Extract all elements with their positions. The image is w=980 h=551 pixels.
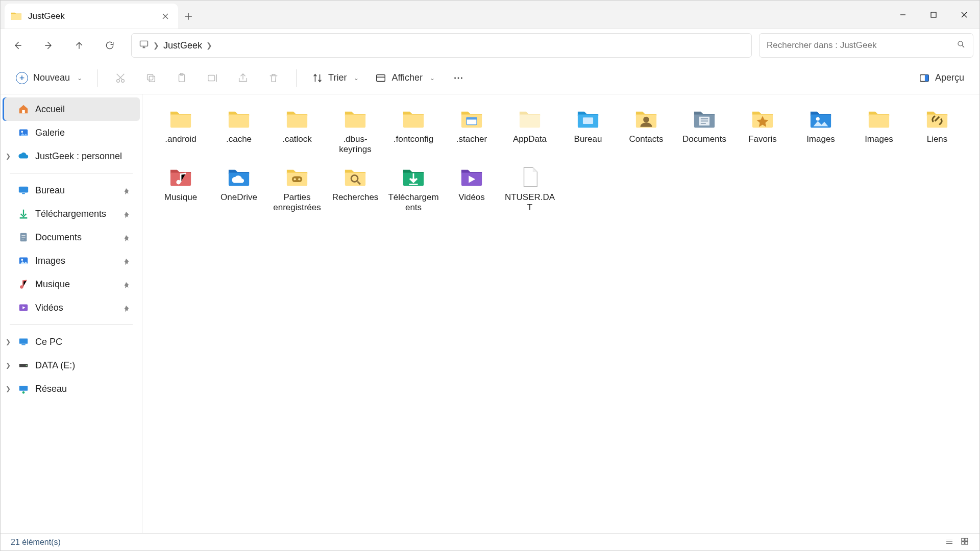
chevron-right-icon[interactable]: ❯ [6,153,11,160]
sidebar-item-network[interactable]: ❯ Réseau [3,377,140,400]
downloads-icon [18,208,29,219]
sidebar-item-gallery[interactable]: Galerie [3,121,140,144]
preview-label: Aperçu [935,72,964,83]
file-item[interactable]: Recherches [326,162,384,220]
toolbar-divider [296,69,297,87]
sidebar-item-documents[interactable]: Documents [3,226,140,249]
svg-rect-10 [377,74,385,81]
chevron-right-icon[interactable]: ❯ [6,338,11,345]
chevron-right-icon: ❯ [153,41,159,49]
search-input[interactable] [767,40,957,51]
minimize-button[interactable] [888,1,918,29]
chevron-right-icon[interactable]: ❯ [6,362,11,369]
file-icon [514,165,546,189]
more-button[interactable] [445,67,472,89]
file-item[interactable]: .dbus-keyrings [326,104,384,162]
searches-icon [339,165,371,189]
navigation-row: ❯ JustGeek ❯ [1,29,979,62]
file-item[interactable]: Documents [675,104,733,162]
sort-button[interactable]: Trier ⌄ [306,67,365,89]
file-item[interactable]: Images [850,104,908,162]
sidebar-label: Bureau [35,185,65,196]
sidebar-divider [10,173,133,173]
folder-icon [863,107,895,131]
file-item-label: Documents [682,134,726,144]
close-window-button[interactable] [949,1,979,29]
search-box[interactable] [759,33,973,58]
sidebar-item-pc[interactable]: ❯ Ce PC [3,330,140,354]
svg-rect-15 [925,74,928,81]
icons-view-button[interactable] [960,537,969,548]
sidebar-item-drive[interactable]: ❯ DATA (E:) [3,354,140,377]
home-icon [18,104,29,115]
gallery-icon [18,127,29,138]
cut-button[interactable] [107,67,134,89]
sidebar-item-music[interactable]: Musique [3,272,140,296]
sidebar-label: Documents [35,232,82,243]
desktop-icon [18,185,29,196]
breadcrumb-segment[interactable]: JustGeek [163,40,202,51]
svg-rect-21 [965,541,968,544]
file-item[interactable]: Parties enregistrées [268,162,326,220]
up-button[interactable] [65,33,93,58]
svg-rect-5 [149,76,155,82]
file-item[interactable]: Téléchargements [384,162,443,220]
file-item[interactable]: .cache [210,104,268,162]
file-item[interactable]: AppData [501,104,559,162]
file-item-label: Recherches [332,192,379,203]
file-item[interactable]: NTUSER.DAT [501,162,559,220]
sidebar-item-personal[interactable]: ❯ JustGeek : personnel [3,144,140,168]
preview-pane-button[interactable]: Aperçu [913,67,970,89]
maximize-button[interactable] [918,1,949,29]
svg-rect-9 [208,75,215,81]
onedrive-icon [223,165,255,189]
rename-button[interactable] [199,67,226,89]
sidebar-label: Musique [35,279,70,290]
file-item[interactable]: Images [792,104,850,162]
paste-button[interactable] [168,67,195,89]
file-item-label: .dbus-keyrings [330,134,381,155]
file-item[interactable]: .catlock [268,104,326,162]
file-item[interactable]: Bureau [559,104,617,162]
file-list[interactable]: .android .cache .catlock .dbus-keyrings … [142,94,979,533]
svg-rect-18 [962,538,964,541]
share-button[interactable] [230,67,256,89]
back-button[interactable] [4,33,32,58]
file-item[interactable]: Contacts [617,104,675,162]
file-item[interactable]: Musique [152,162,210,220]
pin-icon [122,257,130,264]
file-item[interactable]: Vidéos [443,162,501,220]
window-tab[interactable]: JustGeek [5,4,178,29]
file-item[interactable]: Liens [908,104,966,162]
file-item[interactable]: .stacher [443,104,501,162]
pin-icon [122,234,130,241]
copy-button[interactable] [138,67,164,89]
sidebar-item-home[interactable]: Accueil [3,97,140,121]
sidebar-item-desktop[interactable]: Bureau [3,179,140,202]
downloads-green-icon [398,165,429,189]
status-count: 21 élément(s) [11,538,61,547]
file-item[interactable]: OneDrive [210,162,268,220]
tab-close-button[interactable] [158,9,173,24]
search-icon [957,40,966,51]
refresh-button[interactable] [95,33,124,58]
details-view-button[interactable] [945,537,954,548]
new-tab-button[interactable] [178,4,199,29]
view-button[interactable]: Afficher ⌄ [369,67,441,89]
sidebar-item-videos[interactable]: Vidéos [3,296,140,319]
sidebar-item-downloads[interactable]: Téléchargements [3,202,140,226]
sidebar-item-images[interactable]: Images [3,249,140,272]
file-item[interactable]: Favoris [733,104,792,162]
file-item-label: NTUSER.DAT [504,192,555,213]
new-button[interactable]: + Nouveau ⌄ [10,67,88,89]
file-item[interactable]: .android [152,104,210,162]
savedgames-icon [281,165,313,189]
breadcrumb[interactable]: ❯ JustGeek ❯ [131,33,752,58]
main-area: Accueil Galerie ❯ JustGeek : personnel B… [1,94,979,533]
file-item-label: .cache [226,134,252,144]
delete-button[interactable] [260,67,287,89]
file-item-label: .android [165,134,196,144]
forward-button[interactable] [34,33,63,58]
file-item[interactable]: .fontconfig [384,104,443,162]
chevron-right-icon[interactable]: ❯ [6,385,11,392]
